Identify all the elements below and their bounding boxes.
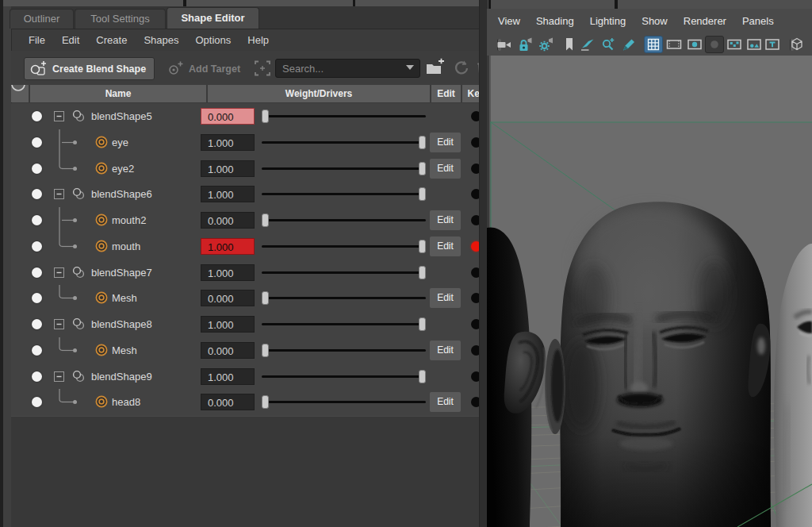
weight-slider-track[interactable]	[262, 245, 426, 248]
select-radio[interactable]	[32, 111, 42, 121]
weight-slider-handle[interactable]	[262, 395, 269, 409]
target-name-label[interactable]: mouth2	[112, 207, 146, 233]
weight-slider-handle[interactable]	[419, 317, 426, 331]
weight-slider-track[interactable]	[262, 323, 426, 325]
tab-shape-editor[interactable]: Shape Editor	[167, 7, 259, 29]
weight-slider-track[interactable]	[262, 375, 426, 378]
target-name-label[interactable]: Mesh	[112, 337, 137, 364]
collapse-toggle[interactable]	[54, 319, 64, 329]
refresh-icon[interactable]	[452, 59, 471, 77]
weight-slider-track[interactable]	[262, 141, 426, 144]
node-name-label[interactable]: blendShape8	[91, 311, 152, 337]
target-row-head8[interactable]: head80.000Edit	[11, 389, 479, 415]
weight-slider-handle[interactable]	[419, 266, 426, 279]
view-cube-icon[interactable]	[787, 36, 806, 53]
edit-button[interactable]: Edit	[430, 210, 461, 230]
safe-action-icon[interactable]	[745, 36, 764, 53]
target-row-eye[interactable]: eye1.000Edit	[11, 129, 479, 156]
weight-slider-handle[interactable]	[262, 344, 269, 357]
weight-value-field[interactable]: 1.000	[201, 316, 255, 333]
dropdown-caret-icon[interactable]	[406, 65, 414, 70]
select-target-icon[interactable]	[254, 60, 271, 77]
weight-slider-track[interactable]	[262, 193, 426, 195]
weight-slider-track[interactable]	[262, 349, 426, 352]
target-name-label[interactable]: mouth	[112, 233, 140, 260]
select-radio[interactable]	[32, 397, 42, 407]
weight-slider-handle[interactable]	[262, 213, 269, 227]
weight-value-field[interactable]: 1.000	[201, 134, 255, 151]
edit-button[interactable]: Edit	[430, 159, 461, 179]
weight-slider-track[interactable]	[262, 401, 426, 403]
weight-slider-track[interactable]	[262, 297, 426, 299]
grease-pencil-icon[interactable]	[619, 36, 638, 53]
weight-value-field[interactable]: 0.000	[201, 290, 255, 306]
edit-button[interactable]: Edit	[430, 133, 461, 152]
edit-button[interactable]: Edit	[430, 340, 461, 360]
viewport-scene[interactable]	[487, 56, 812, 527]
weight-value-field[interactable]: 1.000	[201, 186, 255, 202]
viewport-menu-show[interactable]: Show	[642, 15, 668, 27]
safe-title-icon[interactable]	[763, 36, 782, 53]
tab-tool-settings[interactable]: Tool Settings	[75, 9, 166, 29]
target-name-label[interactable]: eye	[112, 129, 128, 156]
select-camera-icon[interactable]	[495, 36, 514, 53]
target-row-eye2[interactable]: eye21.000Edit	[11, 156, 479, 182]
weight-slider-handle[interactable]	[419, 136, 426, 149]
weight-slider-track[interactable]	[262, 219, 426, 221]
lock-camera-icon[interactable]	[515, 36, 534, 53]
weight-value-field[interactable]: 0.000	[201, 108, 255, 125]
select-radio[interactable]	[32, 267, 42, 278]
edit-button[interactable]: Edit	[430, 237, 461, 256]
target-name-label[interactable]: head8	[112, 389, 140, 415]
add-target-button[interactable]: Add Target	[167, 57, 240, 80]
select-radio[interactable]	[32, 345, 42, 356]
menu-file[interactable]: File	[29, 34, 45, 46]
viewport-menu-view[interactable]: View	[498, 15, 520, 27]
weight-value-field[interactable]: 1.000	[201, 160, 255, 177]
viewport-menu-renderer[interactable]: Renderer	[684, 15, 726, 27]
field-chart-icon[interactable]	[725, 36, 744, 53]
image-plane-icon[interactable]	[578, 36, 597, 53]
tab-outliner[interactable]: Outliner	[10, 9, 74, 29]
blendshape-row-blendShape5[interactable]: blendShape50.000	[11, 103, 479, 129]
menu-help[interactable]: Help	[247, 34, 269, 46]
weight-slider-handle[interactable]	[419, 370, 426, 383]
select-radio[interactable]	[32, 319, 42, 329]
collapse-toggle[interactable]	[54, 189, 64, 199]
select-radio[interactable]	[32, 163, 42, 174]
select-radio[interactable]	[32, 189, 42, 199]
target-name-label[interactable]: Mesh	[112, 285, 137, 311]
target-row-mouth2[interactable]: mouth20.000Edit	[11, 207, 479, 233]
weight-value-field[interactable]: 0.000	[201, 212, 255, 229]
weight-slider-track[interactable]	[262, 271, 426, 274]
panel-edge-icon[interactable]	[807, 36, 812, 53]
weight-slider-handle[interactable]	[262, 291, 269, 305]
blendshape-row-blendShape7[interactable]: blendShape71.000	[11, 260, 479, 286]
pan-zoom-icon[interactable]	[599, 36, 618, 53]
create-blend-shape-button[interactable]: Create Blend Shape	[24, 57, 155, 80]
collapse-toggle[interactable]	[54, 267, 64, 278]
weight-slider-track[interactable]	[262, 115, 426, 117]
camera-attributes-icon[interactable]	[536, 36, 555, 53]
viewport-menu-lighting[interactable]: Lighting	[590, 15, 626, 27]
node-name-label[interactable]: blendShape9	[91, 364, 152, 390]
node-name-label[interactable]: blendShape6	[91, 181, 152, 207]
weight-slider-handle[interactable]	[419, 187, 426, 201]
select-radio[interactable]	[32, 371, 42, 382]
resolution-gate-icon[interactable]	[685, 36, 704, 53]
select-radio[interactable]	[32, 215, 42, 225]
target-row-mouth[interactable]: mouth1.000Edit	[11, 233, 479, 260]
weight-slider-track[interactable]	[262, 167, 426, 170]
menu-options[interactable]: Options	[195, 34, 231, 46]
weight-value-field[interactable]: 1.000	[201, 238, 255, 255]
search-input[interactable]	[275, 59, 420, 78]
collapse-toggle[interactable]	[54, 111, 64, 121]
select-radio[interactable]	[32, 241, 42, 252]
menu-edit[interactable]: Edit	[62, 34, 79, 46]
blendshape-row-blendShape6[interactable]: blendShape61.000	[11, 181, 479, 207]
target-row-Mesh[interactable]: Mesh0.000Edit	[11, 285, 479, 311]
film-gate-icon[interactable]	[665, 36, 684, 53]
weight-value-field[interactable]: 0.000	[201, 342, 255, 359]
select-radio[interactable]	[32, 293, 42, 303]
viewport-menu-panels[interactable]: Panels	[742, 15, 774, 27]
